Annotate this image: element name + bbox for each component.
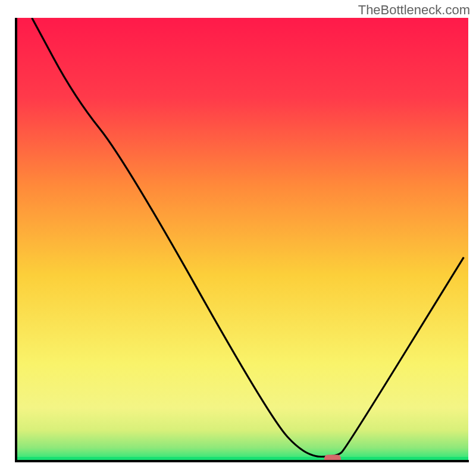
chart-container: TheBottleneck.com [0, 0, 476, 476]
watermark-text: TheBottleneck.com [358, 2, 470, 18]
chart-svg [0, 0, 476, 476]
plot-background [16, 18, 468, 461]
